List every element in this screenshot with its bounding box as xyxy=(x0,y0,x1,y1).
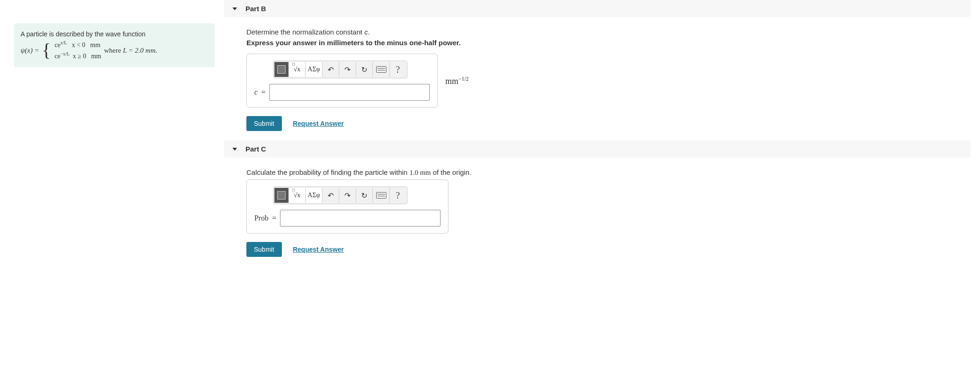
part-b-submit-row: Submit Request Answer xyxy=(246,116,971,131)
sqrt-button[interactable]: √x xyxy=(289,62,306,77)
where-clause: where L = 2.0 mm. xyxy=(104,45,157,56)
brace-icon: { xyxy=(42,44,51,57)
undo-button[interactable]: ↶ xyxy=(322,188,339,203)
equation-toolbar: √x ΑΣφ ↶ ↷ ↻ ? xyxy=(273,61,407,78)
greek-button[interactable]: ΑΣφ xyxy=(306,62,322,77)
eq-sign-c: = xyxy=(272,214,276,222)
piecewise: cex/L x < 0 mm ce−x/L x ≥ 0 mm xyxy=(55,39,101,62)
branch-1: cex/L x < 0 mm xyxy=(55,39,101,50)
sqrt-icon: √x xyxy=(294,192,301,199)
reset-button[interactable]: ↻ xyxy=(356,188,373,203)
equation-toolbar-c: √x ΑΣφ ↶ ↷ ↻ ? xyxy=(273,186,407,204)
wave-function: ψ(x) = { cex/L x < 0 mm ce−x/L x ≥ 0 mm … xyxy=(21,39,208,62)
prompt-pre: Determine the normalization constant xyxy=(246,28,364,36)
reset-button[interactable]: ↻ xyxy=(356,62,373,77)
branch-2: ce−x/L x ≥ 0 mm xyxy=(55,50,101,62)
prompt-post-c: of the origin. xyxy=(431,168,471,176)
undo-button[interactable]: ↶ xyxy=(322,62,339,77)
part-c-request-link[interactable]: Request Answer xyxy=(293,246,343,253)
keyboard-icon xyxy=(376,192,386,199)
var-prob: Prob xyxy=(254,214,268,222)
part-c-content: Calculate the probability of finding the… xyxy=(224,158,971,257)
prompt-pre-c: Calculate the probability of finding the… xyxy=(246,168,409,176)
part-c-submit-row: Submit Request Answer xyxy=(246,242,971,257)
prompt-post: . xyxy=(368,28,370,36)
part-b-submit-button[interactable]: Submit xyxy=(246,116,282,131)
part-b-header[interactable]: Part B xyxy=(224,0,971,17)
help-button[interactable]: ? xyxy=(390,188,406,203)
unit-base: mm xyxy=(445,76,458,86)
part-b-input[interactable] xyxy=(269,84,430,101)
part-c-input[interactable] xyxy=(280,210,441,227)
l-value: L = 2.0 mm xyxy=(123,47,155,54)
part-b-prompt: Determine the normalization constant c. xyxy=(246,28,971,36)
template-button[interactable] xyxy=(274,188,289,203)
answer-input-row-c: Prob = xyxy=(254,210,441,227)
psi-label: ψ(x) = xyxy=(21,45,39,56)
answer-column: Part B Determine the normalization const… xyxy=(224,0,980,379)
sqrt-button[interactable]: √x xyxy=(289,188,306,203)
redo-button[interactable]: ↷ xyxy=(339,188,356,203)
period: . xyxy=(155,47,157,54)
part-c-header[interactable]: Part C xyxy=(224,140,971,158)
unit-exp: −1/2 xyxy=(458,76,469,82)
part-c-submit-button[interactable]: Submit xyxy=(246,242,282,257)
var-c: c xyxy=(254,88,258,96)
greek-button[interactable]: ΑΣφ xyxy=(306,188,322,203)
keyboard-button[interactable] xyxy=(373,188,390,203)
template-button[interactable] xyxy=(274,62,289,77)
keyboard-icon xyxy=(376,66,386,73)
part-b-request-link[interactable]: Request Answer xyxy=(293,120,343,127)
part-c-answer-box: √x ΑΣφ ↶ ↷ ↻ ? Prob = xyxy=(246,179,448,234)
where-text: where xyxy=(104,47,123,54)
part-c-title: Part C xyxy=(245,145,266,153)
keyboard-button[interactable] xyxy=(373,62,390,77)
page-container: A particle is described by the wave func… xyxy=(0,0,980,379)
problem-intro: A particle is described by the wave func… xyxy=(21,29,208,39)
caret-down-icon xyxy=(232,148,237,151)
part-b-content: Determine the normalization constant c. … xyxy=(224,17,971,131)
problem-statement: A particle is described by the wave func… xyxy=(14,23,215,67)
caret-down-icon xyxy=(232,7,237,10)
redo-button[interactable]: ↷ xyxy=(339,62,356,77)
part-b-answer-box: √x ΑΣφ ↶ ↷ ↻ ? c = xyxy=(246,54,438,108)
part-b: Part B Determine the normalization const… xyxy=(224,0,971,131)
eq-sign: = xyxy=(261,88,266,96)
part-c-prompt: Calculate the probability of finding the… xyxy=(246,168,971,177)
sqrt-icon: √x xyxy=(294,66,301,73)
problem-column: A particle is described by the wave func… xyxy=(0,0,224,379)
answer-input-row: c = xyxy=(254,84,430,101)
prompt-val-c: 1.0 mm xyxy=(409,169,431,176)
part-b-title: Part B xyxy=(245,5,266,13)
part-c: Part C Calculate the probability of find… xyxy=(224,140,971,257)
part-b-instruction: Express your answer in millimeters to th… xyxy=(246,39,971,47)
help-button[interactable]: ? xyxy=(390,62,406,77)
part-b-unit: mm−1/2 xyxy=(445,76,469,86)
